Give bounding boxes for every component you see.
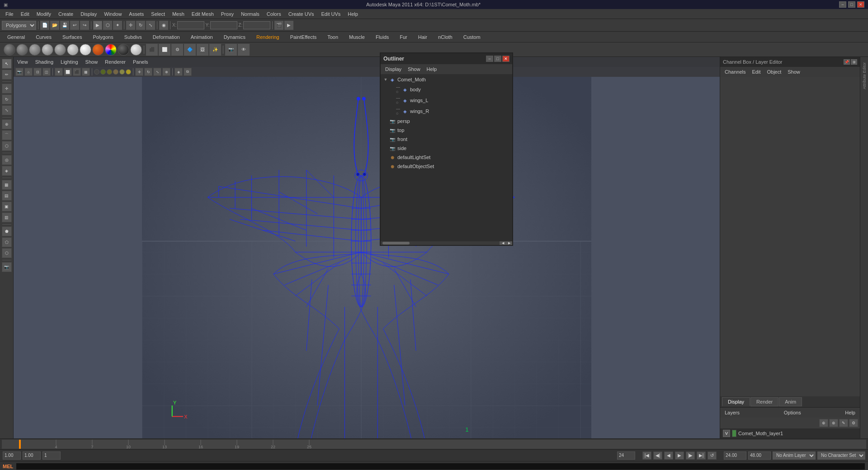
close-button[interactable]: ✕	[857, 1, 864, 8]
vp-sel-mask-btn[interactable]: ▼	[55, 68, 63, 76]
ol-item-wings-l[interactable]: —○ ◈ wings_L	[388, 95, 512, 106]
ol-item-objectset[interactable]: ⊕ defaultObjectSet	[381, 162, 512, 171]
tab-anim[interactable]: Anim	[779, 397, 802, 406]
anim-layer-select[interactable]: No Anim Layer	[773, 451, 816, 460]
fx2-lt-btn[interactable]: ⬠	[2, 237, 12, 247]
vp-isolate-btn[interactable]: ◈	[175, 68, 183, 76]
vp-menu-show[interactable]: Show	[85, 59, 98, 65]
ol-menu-show[interactable]: Show	[405, 66, 423, 73]
redo-btn[interactable]: ↪	[80, 21, 89, 30]
light-dot-6[interactable]	[126, 69, 131, 75]
range-start-input[interactable]	[724, 451, 746, 460]
cb-menu-show[interactable]: Show	[785, 68, 803, 75]
shader-ball-5[interactable]	[67, 44, 79, 56]
timeline[interactable]: 1 4 7 10 13 16 19 22 25	[0, 438, 868, 449]
ol-item-body[interactable]: —○ ◈ body	[388, 84, 512, 95]
new-scene-btn[interactable]: 📄	[40, 21, 49, 30]
mel-input[interactable]	[16, 463, 865, 470]
vp-menu-renderer[interactable]: Renderer	[105, 59, 126, 65]
outliner-maximize-btn[interactable]: □	[494, 56, 501, 62]
view-btn[interactable]: 👁	[238, 44, 250, 56]
cb-menu-object[interactable]: Object	[764, 68, 784, 75]
tab-curves[interactable]: Curves	[30, 33, 57, 41]
ol-item-lightset[interactable]: ⊕ defaultLightSet	[381, 153, 512, 162]
open-scene-btn[interactable]: 📂	[50, 21, 59, 30]
layer-menu-help[interactable]: Help	[842, 409, 858, 416]
polygon-select[interactable]: Polygons	[2, 21, 36, 30]
dark-shader-ball[interactable]	[118, 44, 129, 56]
right-panel-pin-btn[interactable]: 📌	[844, 59, 850, 65]
outliner-scroll-left[interactable]: ◀	[500, 241, 506, 245]
vp-move-btn[interactable]: ✛	[135, 68, 143, 76]
light-dot-4[interactable]	[113, 69, 118, 75]
phong-shader-ball[interactable]	[29, 44, 41, 56]
go-start-btn[interactable]: |◀	[642, 451, 651, 460]
ol-item-top[interactable]: 📷 top	[381, 126, 512, 135]
light-dot-1[interactable]	[94, 69, 99, 75]
vp-smooth-btn[interactable]: ⬛	[73, 68, 81, 76]
snap-btn[interactable]: ⊕	[2, 119, 12, 129]
character-set-select[interactable]: No Character Set	[817, 451, 865, 460]
scale-tool-btn[interactable]: ⤡	[146, 21, 155, 30]
cb-menu-edit[interactable]: Edit	[749, 68, 763, 75]
ol-item-comet-moth[interactable]: ▼ ◈ Comet_Moth	[381, 75, 512, 84]
menu-help[interactable]: Help	[344, 10, 362, 18]
render-lt-btn[interactable]: ▦	[2, 180, 12, 190]
menu-window[interactable]: Window	[100, 10, 125, 18]
fps-input[interactable]	[23, 451, 41, 460]
rainbow-shader-ball[interactable]	[105, 44, 117, 56]
rotate-lt-btn[interactable]: ↻	[2, 94, 12, 104]
vp-rotate-btn[interactable]: ↻	[144, 68, 152, 76]
tab-fur[interactable]: Fur	[394, 33, 413, 41]
ipr-render-btn[interactable]: ▶	[284, 21, 293, 30]
paint-tool-btn[interactable]: ✏	[2, 70, 12, 80]
minimize-button[interactable]: –	[839, 1, 846, 8]
end-frame-input[interactable]	[617, 451, 635, 460]
vp-home-btn[interactable]: ⌂	[24, 68, 33, 76]
soft-select-btn[interactable]: ◉	[159, 21, 168, 30]
tab-surfaces[interactable]: Surfaces	[57, 33, 87, 41]
vp-frame-btn[interactable]: ⊡	[33, 68, 42, 76]
paint-select-btn[interactable]: ✦	[113, 21, 122, 30]
menu-modify[interactable]: Modify	[33, 10, 55, 18]
play-back-btn[interactable]: ◀	[664, 451, 673, 460]
layer-delete-btn[interactable]: ⊗	[829, 419, 838, 427]
tab-muscle[interactable]: Muscle	[344, 33, 370, 41]
poly-lt-btn[interactable]: ⬡	[2, 141, 12, 151]
cb-menu-channels[interactable]: Channels	[722, 68, 748, 75]
vp-menu-shading[interactable]: Shading	[35, 59, 53, 65]
tab-render[interactable]: Render	[750, 397, 778, 406]
menu-edit[interactable]: Edit	[17, 10, 33, 18]
layer-settings-btn[interactable]: ⚙	[849, 419, 858, 427]
menu-file[interactable]: File	[2, 10, 17, 18]
move-tool-btn[interactable]: ✛	[126, 21, 135, 30]
camera-btn[interactable]: 📷	[225, 44, 237, 56]
menu-create[interactable]: Create	[55, 10, 77, 18]
tab-hair[interactable]: Hair	[413, 33, 433, 41]
tab-animation[interactable]: Animation	[185, 33, 218, 41]
ol-expand-icon[interactable]: ▼	[382, 76, 389, 83]
menu-proxy[interactable]: Proxy	[217, 10, 237, 18]
layer-edit-btn[interactable]: ✎	[839, 419, 848, 427]
light-dot-3[interactable]	[107, 69, 112, 75]
ol-item-wings-r[interactable]: —○ ◈ wings_R	[388, 106, 512, 117]
right-panel-btn[interactable]: ⊞	[851, 59, 857, 65]
vp-wireframe-btn[interactable]: ⬜	[64, 68, 72, 76]
tab-display[interactable]: Display	[722, 397, 750, 406]
ol-item-persp[interactable]: 📷 persp	[381, 117, 512, 126]
shader-btn-2[interactable]: ⬜	[159, 44, 170, 56]
lambert-shader-ball[interactable]	[16, 44, 28, 56]
tab-toon[interactable]: Toon	[322, 33, 344, 41]
outliner-titlebar[interactable]: Outliner – □ ✕	[381, 53, 512, 64]
render-view-btn[interactable]: 🖼	[197, 44, 208, 56]
menu-select[interactable]: Select	[147, 10, 169, 18]
save-scene-btn[interactable]: 💾	[60, 21, 69, 30]
tab-custom[interactable]: Custom	[458, 33, 486, 41]
vp-menu-view[interactable]: View	[17, 59, 28, 65]
render-settings-btn[interactable]: ⚙	[171, 44, 183, 56]
menu-display[interactable]: Display	[77, 10, 100, 18]
lasso-select-btn[interactable]: ⬡	[103, 21, 112, 30]
tab-polygons[interactable]: Polygons	[87, 33, 118, 41]
skin-btn[interactable]: ◎	[2, 155, 12, 165]
camera-lt-btn[interactable]: 📷	[2, 262, 12, 272]
